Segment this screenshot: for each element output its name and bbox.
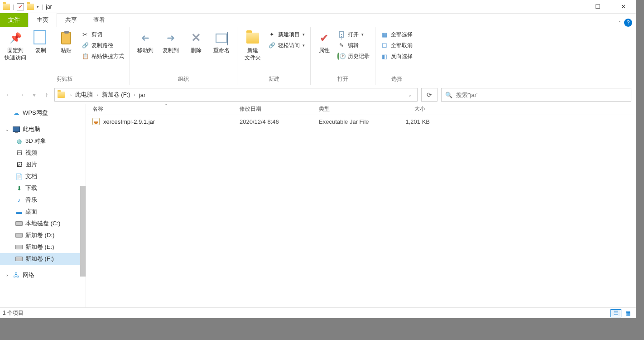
- copyto-icon: ➜: [163, 31, 178, 45]
- maximize-button[interactable]: ☐: [585, 0, 610, 14]
- group-select: ▦全部选择 ☐全部取消 ◧反向选择 选择: [375, 27, 418, 85]
- up-button[interactable]: ↑: [43, 91, 51, 99]
- chevron-right-icon[interactable]: ›: [68, 92, 73, 97]
- disk-icon: [15, 220, 23, 227]
- nav-drive-f[interactable]: 新加卷 (F:): [0, 253, 86, 265]
- breadcrumb-drive[interactable]: 新加卷 (F:): [102, 91, 130, 99]
- newfolder-button[interactable]: 新建 文件夹: [241, 29, 264, 63]
- file-type: Executable Jar File: [319, 118, 389, 125]
- copy-button[interactable]: 复制: [29, 29, 53, 56]
- search-input[interactable]: [456, 92, 627, 98]
- moveto-button[interactable]: ➜移动到: [134, 29, 157, 56]
- nav-drive-c[interactable]: 本地磁盘 (C:): [0, 218, 86, 229]
- nav-pictures[interactable]: 🖼图片: [0, 159, 86, 170]
- newfolder-icon: [245, 31, 260, 45]
- folder-icon: [3, 4, 10, 10]
- file-list: ⌃ 名称 修改日期 类型 大小 xercesImpl-2.9.1.jar 202…: [86, 104, 636, 318]
- address-bar[interactable]: › 此电脑 › 新加卷 (F:) › jar ⌄: [54, 88, 418, 102]
- moveto-icon: ➜: [138, 31, 153, 45]
- col-date[interactable]: 修改日期: [240, 105, 319, 113]
- group-new: 新建 文件夹 ✦新建项目 ▾ 🔗轻松访问 ▾ 新建: [237, 27, 311, 85]
- nav-documents[interactable]: 📄文档: [0, 170, 86, 182]
- nav-wps[interactable]: ☁WPS网盘: [0, 107, 86, 119]
- titlebar: | ▾ | jar — ☐ ✕: [0, 0, 636, 14]
- nav-desktop[interactable]: ▬桌面: [0, 206, 86, 218]
- address-dropdown-icon[interactable]: ⌄: [405, 92, 414, 97]
- nav-downloads[interactable]: ⬇下载: [0, 182, 86, 194]
- close-button[interactable]: ✕: [610, 0, 636, 14]
- delete-icon: ✕: [189, 31, 203, 45]
- easyaccess-button[interactable]: 🔗轻松访问 ▾: [266, 40, 307, 51]
- refresh-button[interactable]: ⟳: [421, 88, 437, 102]
- copypath-button[interactable]: 🔗复制路径: [80, 40, 126, 51]
- rename-button[interactable]: 重命名: [210, 29, 233, 56]
- nav-thispc[interactable]: ⌄此电脑: [0, 123, 86, 135]
- thumbnails-view-button[interactable]: ▦: [622, 309, 633, 317]
- download-icon: ⬇: [15, 185, 23, 192]
- address-row: ← → ▾ ↑ › 此电脑 › 新加卷 (F:) › jar ⌄ ⟳ 🔍: [0, 85, 636, 104]
- cut-button[interactable]: ✂剪切: [80, 29, 126, 40]
- file-row[interactable]: xercesImpl-2.9.1.jar 2020/12/4 8:46 Exec…: [86, 115, 636, 128]
- qat-newfolder-icon[interactable]: [27, 4, 34, 10]
- tab-share[interactable]: 共享: [57, 13, 85, 27]
- nav-music[interactable]: ♪音乐: [0, 194, 86, 206]
- rename-icon: [214, 31, 229, 45]
- copyto-button[interactable]: ➜复制到: [159, 29, 183, 56]
- breadcrumb-thispc[interactable]: 此电脑: [75, 91, 93, 99]
- tab-view[interactable]: 查看: [85, 13, 113, 27]
- search-box[interactable]: 🔍: [441, 88, 631, 102]
- chevron-right-icon[interactable]: ›: [95, 92, 100, 97]
- nav-3d[interactable]: ◍3D 对象: [0, 135, 86, 147]
- group-clipboard: 📌 固定到 快速访问 复制 粘贴 ✂剪切 🔗复制路径 📋粘贴快捷方式 剪贴板: [0, 27, 130, 85]
- delete-button[interactable]: ✕删除: [184, 29, 208, 56]
- column-headers: 名称 修改日期 类型 大小: [86, 103, 636, 115]
- selectall-button[interactable]: ▦全部选择: [379, 29, 414, 40]
- breadcrumb-folder[interactable]: jar: [139, 92, 145, 98]
- details-view-button[interactable]: ☰: [610, 309, 621, 317]
- chevron-right-icon[interactable]: ›: [5, 273, 10, 278]
- search-icon: 🔍: [445, 92, 452, 98]
- easyaccess-icon: 🔗: [268, 42, 275, 49]
- chevron-down-icon[interactable]: ⌄: [5, 127, 10, 132]
- file-date: 2020/12/4 8:46: [240, 118, 319, 125]
- nav-pane[interactable]: ☁WPS网盘 ⌄此电脑 ◍3D 对象 🎞视频 🖼图片 📄文档 ⬇下载 ♪音乐 ▬…: [0, 104, 86, 318]
- invert-button[interactable]: ◧反向选择: [379, 51, 414, 62]
- pc-icon: [13, 126, 20, 133]
- forward-button[interactable]: →: [17, 91, 25, 99]
- minimize-button[interactable]: —: [560, 0, 585, 14]
- disk-icon: [15, 232, 23, 239]
- open-icon: [338, 31, 345, 38]
- properties-button[interactable]: ✔属性: [314, 29, 334, 56]
- invert-icon: ◧: [381, 53, 388, 60]
- window-title: jar: [46, 4, 52, 10]
- explorer-window: | ▾ | jar — ☐ ✕ 文件 主页 共享 查看 ⌃ ? 📌 固: [0, 0, 636, 318]
- nav-drive-e[interactable]: 新加卷 (E:): [0, 241, 86, 253]
- collapse-ribbon-icon[interactable]: ⌃: [618, 20, 621, 25]
- nav-network[interactable]: ›🖧网络: [0, 269, 86, 281]
- nav-drive-d[interactable]: 新加卷 (D:): [0, 229, 86, 241]
- help-icon[interactable]: ?: [624, 19, 632, 27]
- qat-properties-icon[interactable]: [17, 3, 24, 10]
- newitem-button[interactable]: ✦新建项目 ▾: [266, 29, 307, 40]
- paste-button[interactable]: 粘贴: [54, 29, 78, 56]
- pasteshortcut-button[interactable]: 📋粘贴快捷方式: [80, 51, 126, 62]
- selectnone-button[interactable]: ☐全部取消: [379, 40, 414, 51]
- titlebar-left: | ▾ | jar: [0, 3, 52, 10]
- window-controls: — ☐ ✕: [560, 0, 636, 14]
- recent-button[interactable]: ▾: [30, 91, 38, 99]
- open-button[interactable]: 打开 ▾: [336, 29, 371, 40]
- history-button[interactable]: 🕑历史记录: [336, 51, 371, 62]
- tab-file[interactable]: 文件: [0, 13, 28, 27]
- col-size[interactable]: 大小: [389, 105, 430, 113]
- col-type[interactable]: 类型: [319, 105, 389, 113]
- nav-videos[interactable]: 🎞视频: [0, 147, 86, 159]
- chevron-right-icon[interactable]: ›: [132, 92, 137, 97]
- edit-button[interactable]: ✎编辑: [336, 40, 371, 51]
- desktop-icon: ▬: [15, 208, 23, 215]
- qat-dropdown-icon[interactable]: ▾: [37, 5, 39, 9]
- col-name[interactable]: 名称: [92, 105, 240, 113]
- back-button[interactable]: ←: [5, 91, 13, 99]
- music-icon: ♪: [15, 196, 23, 204]
- pin-button[interactable]: 📌 固定到 快速访问: [4, 29, 27, 63]
- tab-home[interactable]: 主页: [28, 13, 57, 27]
